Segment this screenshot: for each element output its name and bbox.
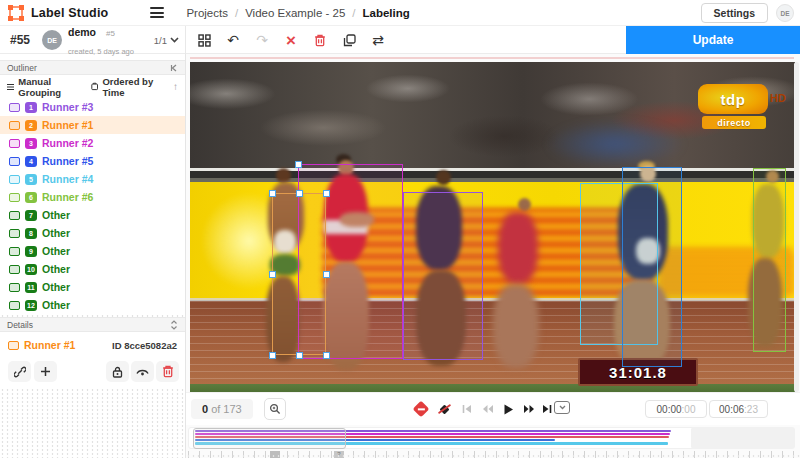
user-avatar[interactable]: DE (776, 4, 794, 22)
breadcrumb-project[interactable]: Video Example - 25 (245, 7, 345, 19)
settings-button[interactable]: Settings (701, 3, 768, 23)
video-canvas[interactable]: tdp HD directo 31:01.8 (190, 62, 795, 392)
add-relation-button[interactable] (34, 361, 57, 382)
region-label: Runner #3 (42, 101, 93, 113)
sort-direction-icon[interactable]: ↑ (173, 81, 178, 92)
region-index-badge: 5 (25, 174, 37, 185)
resize-handle[interactable] (296, 352, 303, 359)
resize-handle[interactable] (323, 352, 330, 359)
annotator-avatar[interactable]: DE (42, 30, 62, 50)
timeline-viewport-handle[interactable] (193, 428, 346, 449)
region-row[interactable]: 2Runner #1 (0, 116, 185, 134)
created-text: created, 5 days ago (68, 47, 134, 56)
region-row[interactable]: 10Other (0, 260, 185, 278)
collapse-controls-button[interactable] (554, 401, 570, 414)
region-row[interactable]: 4Runner #5 (0, 152, 185, 170)
app-title: Label Studio (31, 6, 108, 20)
play-button[interactable] (499, 399, 517, 419)
expand-collapse-icon[interactable] (170, 320, 178, 330)
tab-ordered-by-time[interactable]: Ordered by Time (91, 76, 164, 98)
outliner-header: Outliner (0, 60, 185, 75)
annotation-pager[interactable]: 1/1 (154, 35, 179, 46)
resize-handle[interactable] (323, 190, 330, 197)
timeline: ? (186, 425, 800, 458)
region-index-badge: 4 (25, 156, 37, 167)
visibility-button[interactable] (131, 361, 154, 382)
region-row[interactable]: 7Other (0, 206, 185, 224)
region-bbox-icon (9, 301, 20, 310)
region-bbox-icon (9, 265, 20, 274)
resize-handle[interactable] (296, 190, 303, 197)
region-bbox-icon (9, 103, 20, 112)
clipboard-icon (91, 82, 98, 91)
lock-button[interactable] (106, 361, 129, 382)
region-index-badge: 3 (25, 138, 37, 149)
fast-forward-button[interactable] (520, 399, 538, 419)
runner-6-box[interactable] (753, 168, 786, 352)
collapse-panel-icon[interactable] (170, 64, 178, 72)
sidebar: Outliner Manual Grouping Ordered by Time… (0, 54, 186, 458)
main-area: tdp HD directo 31:01.8 0of 173 (186, 54, 800, 458)
grass-strip (190, 384, 795, 392)
region-row[interactable]: 9Other (0, 242, 185, 260)
skip-to-start-button[interactable] (458, 399, 476, 419)
resize-handle[interactable] (269, 271, 276, 278)
annotator-name: demo (68, 26, 96, 38)
delete-region-button[interactable] (156, 361, 179, 382)
region-row[interactable]: 11Other (0, 278, 185, 296)
task-id: #55 (10, 33, 30, 47)
zoom-button[interactable] (264, 398, 286, 420)
resize-handle[interactable] (323, 271, 330, 278)
tab-manual-grouping[interactable]: Manual Grouping (7, 76, 82, 98)
keyframe-remove-button[interactable] (412, 399, 430, 419)
keyframe-interpolation-button[interactable] (435, 399, 453, 419)
video-scrollbar[interactable] (794, 62, 799, 392)
region-row[interactable]: 12Other (0, 296, 185, 314)
delete-annotation-button[interactable] (312, 31, 328, 49)
region-bbox-icon (9, 193, 20, 202)
region-row[interactable]: 6Runner #6 (0, 188, 185, 206)
keyframe-icon (413, 401, 430, 418)
runner-3-box[interactable] (403, 192, 483, 360)
logo-tdp: tdp (721, 91, 746, 108)
link-button[interactable] (8, 361, 31, 382)
region-index-badge: 6 (25, 192, 37, 203)
time-total: 00:06:23 (709, 400, 768, 418)
breadcrumb-projects[interactable]: Projects (186, 7, 228, 19)
annotation-id: #5 (106, 29, 115, 38)
task-info: #55 DE demo#5 created, 5 days ago 1/1 (0, 26, 186, 54)
frame-counter: 0of 173 (191, 399, 253, 419)
runner-1-box[interactable] (272, 193, 326, 355)
region-index-badge: 1 (25, 102, 37, 113)
resize-handle[interactable] (269, 352, 276, 359)
chevron-down-icon (170, 37, 179, 43)
redo-button[interactable]: ↷ (254, 31, 270, 49)
copy-button[interactable] (341, 31, 357, 49)
reset-button[interactable]: × (283, 31, 299, 49)
region-label: Runner #1 (42, 119, 93, 131)
annotation-toolbar: ↶ ↷ × ⇄ (196, 26, 386, 54)
region-row[interactable]: 5Runner #4 (0, 170, 185, 188)
resize-handle[interactable] (269, 190, 276, 197)
update-button[interactable]: Update (626, 26, 800, 54)
region-index-badge: 12 (25, 300, 37, 311)
details-actions (0, 358, 185, 388)
region-label: Other (42, 299, 70, 311)
region-bbox-icon (9, 247, 20, 256)
details-selected-region: Runner #1 ID 8cce5082a2 (0, 332, 185, 358)
video-controls-bar: 0of 173 00:00:00 (186, 392, 800, 425)
region-label: Runner #2 (42, 137, 93, 149)
undo-button[interactable]: ↶ (225, 31, 241, 49)
resize-handle[interactable] (295, 161, 302, 168)
grid-view-button[interactable] (196, 31, 212, 49)
runner-5-box[interactable] (622, 167, 682, 367)
magnifier-icon (269, 403, 281, 415)
breadcrumb: Projects / Video Example - 25 / Labeling (186, 7, 409, 19)
rewind-button[interactable] (478, 399, 496, 419)
region-index-badge: 7 (25, 210, 37, 221)
region-row[interactable]: 8Other (0, 224, 185, 242)
region-row[interactable]: 1Runner #3 (0, 98, 185, 116)
swap-view-button[interactable]: ⇄ (370, 31, 386, 49)
menu-hamburger-icon[interactable] (150, 7, 164, 18)
region-row[interactable]: 3Runner #2 (0, 134, 185, 152)
